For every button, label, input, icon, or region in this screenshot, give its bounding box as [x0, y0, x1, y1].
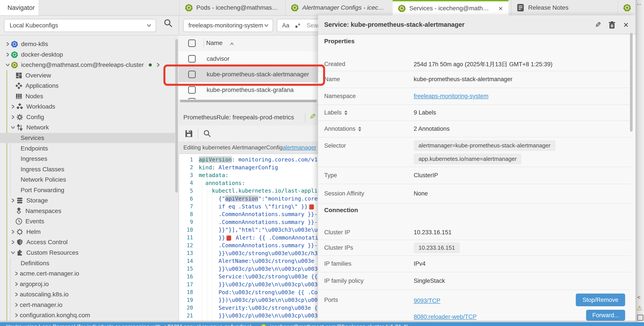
sidebar-item-demo-k8s[interactable]: >demo-k8s	[0, 39, 175, 49]
sidebar-item-ingress-classes[interactable]: Ingress Classes	[0, 164, 175, 174]
sidebar-item-nodes[interactable]: Nodes	[0, 91, 175, 101]
row-checkbox[interactable]	[188, 86, 196, 94]
sidebar-item-services[interactable]: Services	[0, 133, 175, 143]
row-label: Labels	[318, 109, 414, 116]
port-link-9093[interactable]: 9093/TCP	[414, 298, 477, 304]
chevron-right-icon[interactable]: >	[10, 196, 16, 205]
sidebar-item-label: Endpoints	[20, 145, 48, 152]
chevron-down-icon[interactable]: >	[4, 62, 12, 68]
chevron-right-icon[interactable]: >	[14, 270, 19, 278]
sidebar-item-label: autoscaling.k8s.io	[20, 291, 69, 298]
sidebar-item-docker-desktop[interactable]: >docker-desktop	[0, 50, 175, 60]
sidebar-item-argoproj[interactable]: >argoproj.io	[0, 279, 175, 289]
chevron-right-icon[interactable]: >	[10, 228, 16, 236]
sidebar-item-network-policies[interactable]: Network Policies	[0, 175, 175, 185]
tab-alertmanager-configs[interactable]: Alertmanager Configs - icec…	[285, 0, 393, 15]
chevron-right-icon[interactable]: >	[10, 113, 16, 121]
namespace-select[interactable]: freeleaps-monitoring-system >	[183, 19, 273, 32]
sidebar-item-label: Namespaces	[26, 208, 61, 214]
sidebar-item-network[interactable]: >Network	[0, 122, 175, 132]
sidebar-item-applications[interactable]: Applications	[0, 81, 175, 91]
forward-button[interactable]: Forward...	[586, 310, 625, 321]
sidebar-item-cluster-icecheng[interactable]: >icecheng@mathmast.com@freeleaps-cluster…	[0, 60, 175, 70]
namespace-link[interactable]: freeleaps-monitoring-system	[414, 93, 488, 100]
search-icon[interactable]	[164, 18, 173, 28]
prometheusrule-panel-header: PrometheusRule: freepeals-prod-metrics ✎	[178, 102, 318, 126]
tab-services[interactable]: Services - icecheng@math… ×	[393, 0, 508, 15]
sidebar-item-label: Nodes	[26, 93, 43, 100]
sidebar-item-namespaces[interactable]: Namespaces	[0, 206, 175, 216]
properties-heading: Properties	[324, 38, 355, 45]
editor-toolbar	[178, 126, 318, 142]
sidebar-item-acme-cert-manager[interactable]: >acme.cert-manager.io	[0, 268, 175, 278]
kubeconfig-select[interactable]: Local Kubeconfigs >	[4, 19, 156, 32]
chevron-left-icon: <	[637, 294, 640, 301]
sidebar-item-access-control[interactable]: >Access Control	[0, 237, 175, 247]
chevron-down-icon[interactable]: >	[9, 250, 17, 256]
detail-row-ip-family-policy: IP family policy SingleStack	[318, 272, 636, 290]
sort-toggle-icon[interactable]	[358, 126, 361, 132]
sidebar-item-label: demo-k8s	[21, 40, 48, 48]
namespace-select-value: freeleaps-monitoring-system	[188, 22, 263, 29]
chevron-right-icon[interactable]: >	[14, 311, 19, 320]
status-cluster-text[interactable]: icecheng@mathmast.com@freeleaps-cluster …	[270, 323, 408, 326]
chevron-right-icon[interactable]: >	[155, 61, 161, 69]
sidebar-item-autoscaling-k8s[interactable]: >autoscaling.k8s.io	[0, 289, 175, 300]
sidebar-item-konghq[interactable]: >configuration.konghq.com	[0, 310, 175, 320]
chevron-right-icon[interactable]: >	[14, 290, 19, 298]
row-label: IP family policy	[318, 278, 414, 284]
sidebar-item-helm[interactable]: >Helm	[0, 227, 175, 237]
sidebar-item-workloads[interactable]: >Workloads	[0, 102, 175, 112]
sidebar-item-endpoints[interactable]: Endpoints	[0, 144, 175, 154]
port-link-8080[interactable]: 8080:reloader-web/TCP	[414, 314, 477, 320]
sidebar-item-overview[interactable]: Overview	[0, 70, 175, 80]
tab-pods[interactable]: Pods - icecheng@mathmas…	[179, 0, 285, 15]
chevron-down-icon[interactable]: >	[9, 125, 17, 130]
header-bar: Navigator Pods - icecheng@mathmas… Alert…	[0, 0, 644, 16]
config-icon	[16, 114, 23, 121]
stop-remove-button[interactable]: Stop/Remove	[576, 294, 625, 306]
delete-icon[interactable]	[608, 21, 616, 29]
tab-partial[interactable]	[618, 0, 636, 15]
column-header-name[interactable]: Name	[206, 40, 223, 46]
editing-resource-link[interactable]: alertmanager	[282, 144, 316, 151]
edit-pencil-icon[interactable]: ✎	[309, 112, 316, 121]
table-hscrollbar[interactable]	[180, 100, 317, 102]
sidebar-item-storage[interactable]: >Storage	[0, 196, 175, 206]
partial-window-control	[637, 314, 643, 321]
find-icon[interactable]	[203, 130, 212, 138]
sidebar-item-custom-resources[interactable]: >Custom Resources	[0, 248, 175, 258]
chevron-right-icon[interactable]: >	[5, 50, 10, 59]
sidebar-item-config[interactable]: >Config	[0, 112, 175, 122]
sort-toggle-icon[interactable]	[344, 110, 348, 115]
chevron-right-icon[interactable]: >	[14, 301, 19, 309]
chevron-right-icon[interactable]: >	[10, 102, 16, 111]
chevron-right-icon[interactable]: >	[10, 238, 16, 246]
sidebar-scrollbar[interactable]	[175, 39, 178, 192]
sort-asc-icon[interactable]: >	[228, 42, 236, 45]
sidebar-item-cert-manager[interactable]: >cert-manager.io	[0, 300, 175, 310]
chevron-right-icon[interactable]: >	[14, 280, 19, 288]
editing-text: Editing kubernetes AlertmanagerConfig	[183, 144, 282, 151]
tab-release-notes[interactable]: Release Notes	[511, 0, 618, 15]
regex-icon[interactable]: *	[296, 22, 300, 29]
detail-scrollbar[interactable]	[630, 33, 632, 132]
row-label: Name	[318, 76, 414, 83]
match-case-icon[interactable]: Aa	[282, 22, 289, 29]
sidebar-item-port-forwarding[interactable]: Port Forwarding	[0, 185, 175, 195]
close-icon[interactable]: ×	[624, 20, 628, 29]
sidebar-item-ingresses[interactable]: Ingresses	[0, 154, 175, 164]
detail-row-created: Created 254d 17h 50m ago (2025年1月13日 GMT…	[318, 58, 636, 71]
sidebar-item-events[interactable]: Events	[0, 216, 175, 226]
save-icon[interactable]	[185, 130, 193, 138]
sidebar-item-definitions[interactable]: Definitions	[0, 258, 175, 268]
chevron-right-icon[interactable]: >	[5, 40, 10, 48]
close-tab-icon[interactable]: ×	[498, 4, 503, 12]
select-all-checkbox[interactable]	[188, 40, 196, 47]
table-row-partial	[178, 98, 318, 100]
row-checkbox[interactable]	[188, 55, 196, 62]
sidebar-item-label: Access Control	[26, 239, 68, 246]
row-value: kube-prometheus-stack-alertmanager	[414, 76, 512, 83]
edit-icon[interactable]: ✎	[595, 21, 601, 28]
shield-icon	[16, 239, 23, 246]
